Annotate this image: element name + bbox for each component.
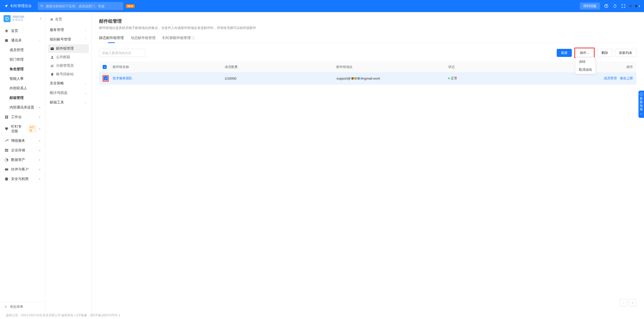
storage-icon xyxy=(5,148,9,152)
subgroup-account[interactable]: 组织账号管理⌃ xyxy=(48,35,89,44)
grid-icon xyxy=(5,115,9,119)
trash-icon xyxy=(50,73,54,76)
global-search-input[interactable] xyxy=(46,4,121,8)
public-mailbox-icon xyxy=(50,55,54,59)
sidebar-item-home[interactable]: 首页 xyxy=(0,26,45,36)
collapse-icon xyxy=(5,305,8,308)
dropdown-unfreeze[interactable]: 取消冻结 xyxy=(575,66,595,74)
sidebar-item-vas[interactable]: 增值服务▾ xyxy=(0,136,45,146)
chevron-down-icon: ▾ xyxy=(40,17,42,20)
check-icon xyxy=(103,66,106,68)
refresh-button[interactable]: 刷新列表 xyxy=(615,49,636,57)
operate-highlight: 操作⌄ 冻结 取消冻结 xyxy=(574,48,595,58)
table-search xyxy=(99,49,145,57)
col-header-count: 成员数量 xyxy=(225,65,337,69)
table-search-input[interactable] xyxy=(99,49,145,57)
dingtalk-logo-icon xyxy=(4,4,9,8)
pager-next[interactable]: › xyxy=(629,299,636,306)
sidebar-item-mailbox[interactable]: 邮箱管理 xyxy=(0,93,45,103)
sidebar-item-departments[interactable]: 部门管理 xyxy=(0,55,45,64)
tab-group[interactable]: 钉钉群邮件组管理i xyxy=(163,36,195,43)
guide-tab[interactable]: i 新版指南 × xyxy=(638,91,644,118)
status-label: 正常 xyxy=(451,76,457,81)
back-to-old-button[interactable]: 回到旧版 xyxy=(580,3,600,10)
tabs: 静态邮件组管理 动态邮件组管理 钉钉群邮件组管理i xyxy=(99,36,636,43)
col-header-status: 状态 xyxy=(448,65,532,69)
chevron-down-icon: ⌄ xyxy=(84,101,87,104)
sidebar-label: 首页 xyxy=(11,29,18,33)
mailgroup-address: support@ ilingmail.work xyxy=(336,77,448,80)
guide-close[interactable]: × xyxy=(639,112,643,116)
sidebar-item-external[interactable]: 外部联系人 xyxy=(0,84,45,93)
user-avatar[interactable]: ▾ xyxy=(630,5,640,8)
main-content: 邮件组管理 邮件组地址是其组员电子邮箱地址的集合，当发件人向该邮件组地址发送邮件… xyxy=(92,12,644,311)
admin-icon xyxy=(50,64,54,68)
toolbar: 新建 操作⌄ 冻结 取消冻结 删除 刷新列表 xyxy=(99,48,636,58)
tab-static[interactable]: 静态邮件组管理 xyxy=(99,36,124,43)
subitem-admin[interactable]: 分级管理员 xyxy=(48,61,89,70)
org-selector[interactable]: 未认证 ▾ xyxy=(0,12,45,25)
row-checkbox[interactable] xyxy=(104,76,108,80)
fullscreen-icon[interactable] xyxy=(621,4,626,8)
header-actions: 回到旧版 ▾ xyxy=(580,3,640,10)
page-title: 邮件组管理 xyxy=(99,18,636,24)
global-search[interactable] xyxy=(38,2,123,10)
tab-dynamic[interactable]: 动态邮件组管理 xyxy=(131,36,155,43)
row-action-members[interactable]: 成员管理 xyxy=(604,76,617,81)
shield-icon xyxy=(5,177,9,181)
search-icon xyxy=(40,4,44,8)
table-header: 邮件组名称 成员数量 邮件组地址 状态 操作 xyxy=(99,62,636,72)
pager-prev[interactable]: ‹ xyxy=(620,299,627,306)
select-all-checkbox[interactable] xyxy=(103,65,107,69)
subgroup-stats[interactable]: 统计与日志⌄ xyxy=(48,88,89,98)
app-title: 钉钉管理后台 xyxy=(11,4,32,8)
table-row: 技术服务团队 1/10000 support@ ilingmail.work 正… xyxy=(99,72,636,85)
subitem-public-mailbox[interactable]: 公共邮箱 xyxy=(48,53,89,61)
chevron-down-icon: ▾ xyxy=(39,178,41,181)
sidebar-item-pro[interactable]: 钉钉专业版 未开通 ▾ xyxy=(0,122,45,136)
collapse-menu[interactable]: 收起菜单 xyxy=(0,302,45,311)
help-icon[interactable] xyxy=(604,4,609,8)
verify-status: 未认证 xyxy=(13,18,38,22)
subgroup-service[interactable]: 服务管理⌄ xyxy=(48,25,89,35)
dropdown-freeze[interactable]: 冻结 xyxy=(575,58,595,66)
subitem-mailgroup[interactable]: 邮件组管理 xyxy=(48,44,89,53)
sidebar-item-security[interactable]: 安全与权限▾ xyxy=(0,174,45,184)
pager: ‹ › xyxy=(620,299,636,306)
sidebar-item-storage[interactable]: 企业存储▾ xyxy=(0,146,45,155)
mailgroup-name-link[interactable]: 技术服务团队 xyxy=(113,76,132,80)
home-icon xyxy=(50,18,54,21)
chevron-down-icon: ⌄ xyxy=(84,28,87,32)
subbar-home[interactable]: 首页 xyxy=(48,16,89,25)
new-button[interactable]: 新建 xyxy=(557,49,572,57)
mailgroup-table: 邮件组名称 成员数量 邮件组地址 状态 操作 技术服务团队 1/10000 su… xyxy=(99,62,636,85)
chevron-down-icon: ▾ xyxy=(39,127,41,131)
sidebar-item-data[interactable]: 数据资产▾ xyxy=(0,155,45,165)
operate-button[interactable]: 操作⌄ xyxy=(576,49,593,57)
sidebar-item-members[interactable]: 成员管理 xyxy=(0,45,45,55)
diamond-icon xyxy=(5,127,9,131)
check-icon xyxy=(104,77,107,80)
sidebar-item-internal-settings[interactable]: 内部通讯录设置▾ xyxy=(0,103,45,112)
row-action-limit[interactable]: 修改上限 xyxy=(620,76,633,81)
col-header-name: 邮件组名称 xyxy=(113,65,225,69)
sidebar-item-workbench[interactable]: 工作台▾ xyxy=(0,112,45,122)
sidebar-item-roles[interactable]: 角色管理 xyxy=(0,64,45,74)
chevron-down-icon: ▾ xyxy=(39,168,41,171)
sidebar: 未认证 ▾ 首页 通讯录 — 成员管理 部门管理 角色管理 智能人事 外部联系人… xyxy=(0,12,45,311)
subgroup-security-policy[interactable]: 安全策略⌄ xyxy=(48,79,89,88)
checkbox-highlight xyxy=(103,75,109,82)
refresh-icon[interactable] xyxy=(613,4,617,8)
delete-button[interactable]: 删除 xyxy=(597,49,612,57)
member-count: 1/10000 xyxy=(225,77,337,80)
info-icon[interactable]: i xyxy=(191,37,195,40)
col-header-addr: 邮件组地址 xyxy=(336,65,448,69)
chevron-down-icon: ⌄ xyxy=(587,52,589,54)
collapse-icon: — xyxy=(38,39,41,42)
sidebar-item-partner[interactable]: 伙伴与客户▾ xyxy=(0,165,45,174)
subitem-recycle[interactable]: 账号回收站 xyxy=(48,70,89,79)
sidebar-item-smart-hr[interactable]: 智能人事 xyxy=(0,74,45,84)
subgroup-tools[interactable]: 邮箱工具⌄ xyxy=(48,98,89,107)
home-icon xyxy=(5,29,9,33)
sidebar-item-contacts[interactable]: 通讯录 — xyxy=(0,36,45,45)
